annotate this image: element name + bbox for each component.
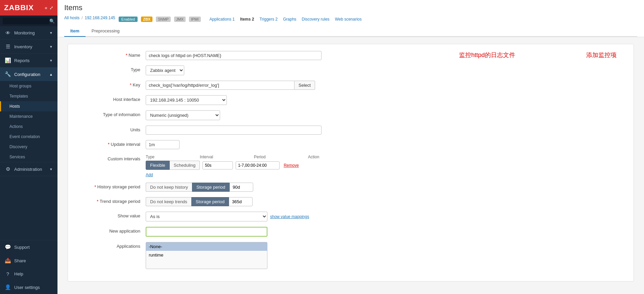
host-nav-graphs[interactable]: Graphs <box>283 17 296 22</box>
host-nav-applications[interactable]: Applications 1 <box>210 17 235 22</box>
ci-add-link[interactable]: Add <box>146 172 153 177</box>
sidebar-item-event-correlation[interactable]: Event correlation <box>0 132 57 142</box>
sidebar-search-container: 🔍 <box>0 16 57 26</box>
ci-interval-input[interactable] <box>202 161 233 169</box>
nav-section-administration: ⚙ Administration ▼ <box>0 162 57 176</box>
chevron-monitoring: ▼ <box>49 31 53 35</box>
app-item-runtime[interactable]: runtime <box>146 251 267 259</box>
chevron-configuration: ▲ <box>49 73 53 76</box>
ci-period-input[interactable] <box>236 161 280 169</box>
show-value-select[interactable]: As is <box>146 212 267 221</box>
host-nav-triggers[interactable]: Triggers 2 <box>260 17 278 22</box>
ci-header-period: Period <box>254 155 308 159</box>
sidebar-item-configuration-label: Configuration <box>14 72 40 77</box>
sidebar-item-hosts[interactable]: Hosts <box>0 101 57 111</box>
show-value-mappings-link[interactable]: show value mappings <box>270 214 309 219</box>
tab-preprocessing[interactable]: Preprocessing <box>86 26 126 37</box>
form-row-key: Key Select <box>78 81 623 90</box>
sidebar-item-user-settings[interactable]: 👤 User settings <box>0 280 57 294</box>
tab-item[interactable]: Item <box>64 26 86 37</box>
tag-ipmi: IPMI <box>189 17 201 22</box>
units-label: Units <box>78 126 146 132</box>
user-icon: 👤 <box>5 284 11 290</box>
form-row-history: History storage period Do not keep histo… <box>78 183 623 192</box>
new-application-control <box>146 227 321 237</box>
sidebar-item-templates-label: Templates <box>9 94 28 99</box>
breadcrumb-sep1: / <box>81 16 82 20</box>
page-title: Items <box>64 3 637 12</box>
search-icon: 🔍 <box>49 19 55 24</box>
form-row-name: Name <box>78 51 623 60</box>
applications-label: Applications <box>78 242 146 249</box>
app-item-none[interactable]: -None- <box>146 242 267 251</box>
sidebar-item-share[interactable]: 📤 Share <box>0 254 57 267</box>
breadcrumb-all-hosts[interactable]: All hosts <box>64 16 79 20</box>
host-nav-web-scenarios[interactable]: Web scenarios <box>335 17 362 22</box>
sidebar-item-help[interactable]: ? Help <box>0 267 57 280</box>
show-value-row: As is show value mappings <box>146 212 321 221</box>
sidebar-controls: « ⤢ <box>45 5 53 10</box>
annotation-text1: 监控httpd的日志文件 <box>459 51 515 59</box>
host-nav-discovery-rules[interactable]: Discovery rules <box>302 17 330 22</box>
btn-scheduling[interactable]: Scheduling <box>170 161 200 170</box>
sidebar-item-support[interactable]: 💬 Support <box>0 240 57 254</box>
history-storage-period-button[interactable]: Storage period <box>192 183 230 192</box>
name-input[interactable] <box>146 51 321 60</box>
type-of-info-control: Numeric (unsigned) <box>146 110 321 120</box>
administration-icon: ⚙ <box>5 166 11 172</box>
content-area: 监控httpd的日志文件 添加监控项 Name Type Zabbix agen… <box>57 37 644 294</box>
select-button[interactable]: Select <box>294 81 315 90</box>
key-input[interactable] <box>146 81 294 90</box>
type-select[interactable]: Zabbix agent <box>146 65 184 75</box>
type-of-info-select[interactable]: Numeric (unsigned) <box>146 110 220 120</box>
nav-section-inventory: ☰ Inventory ▼ <box>0 40 57 54</box>
app-item-none-label: -None- <box>149 244 162 249</box>
key-control: Select <box>146 81 321 90</box>
sidebar-item-configuration[interactable]: 🔧 Configuration ▲ <box>0 68 57 81</box>
host-nav-items[interactable]: Items 2 <box>240 17 254 22</box>
form-row-units: Units <box>78 126 623 135</box>
main-content: Items All hosts / 192.168.249.145 Enable… <box>57 0 644 294</box>
sidebar-item-discovery[interactable]: Discovery <box>0 142 57 152</box>
sidebar-item-services[interactable]: Services <box>0 152 57 162</box>
sidebar-item-monitoring[interactable]: 👁 Monitoring ▼ <box>0 26 57 39</box>
sidebar-item-administration-label: Administration <box>14 167 42 172</box>
sidebar-item-templates[interactable]: Templates <box>0 91 57 101</box>
breadcrumb-host-ip[interactable]: 192.168.249.145 <box>85 16 115 20</box>
sidebar-item-maintenance[interactable]: Maintenance <box>0 111 57 122</box>
host-status-badge: Enabled <box>119 17 138 22</box>
sidebar-item-administration[interactable]: ⚙ Administration ▼ <box>0 162 57 176</box>
trend-value-input[interactable] <box>229 197 253 206</box>
tab-bar: Item Preprocessing <box>64 26 637 37</box>
history-value-input[interactable] <box>230 183 253 192</box>
update-interval-input[interactable] <box>146 140 180 149</box>
history-no-keep-button[interactable]: Do not keep history <box>146 183 192 192</box>
sidebar-item-reports[interactable]: 📊 Reports ▼ <box>0 54 57 67</box>
zabbix-logo: ZABBIX <box>4 3 34 12</box>
collapse-icon[interactable]: « <box>45 5 47 10</box>
sidebar-item-inventory-label: Inventory <box>14 44 32 49</box>
host-interface-select[interactable]: 192.168.249.145 : 10050 <box>146 95 227 105</box>
tag-jmx: JMX <box>174 17 186 22</box>
chevron-inventory: ▼ <box>49 45 53 49</box>
show-value-label: Show value <box>78 212 146 218</box>
expand-icon[interactable]: ⤢ <box>49 5 53 10</box>
ci-remove-link[interactable]: Remove <box>284 163 299 168</box>
sidebar-item-inventory[interactable]: ☰ Inventory ▼ <box>0 40 57 53</box>
sidebar-item-host-groups[interactable]: Host groups <box>0 81 57 91</box>
support-icon: 💬 <box>5 244 11 250</box>
trend-no-keep-button[interactable]: Do not keep trends <box>146 197 191 206</box>
new-application-input[interactable] <box>146 227 267 237</box>
units-control <box>146 126 321 135</box>
nav-section-configuration: 🔧 Configuration ▲ Host groups Templates … <box>0 68 57 162</box>
trend-storage-period-button[interactable]: Storage period <box>191 197 229 206</box>
units-input[interactable] <box>146 126 321 135</box>
btn-flexible[interactable]: Flexible <box>146 161 170 170</box>
sidebar-item-actions-label: Actions <box>9 124 23 129</box>
search-input[interactable] <box>3 18 49 24</box>
sidebar-item-hosts-label: Hosts <box>9 104 20 109</box>
sidebar-item-actions[interactable]: Actions <box>0 122 57 132</box>
form-row-update-interval: Update interval <box>78 140 623 149</box>
sidebar-item-support-label: Support <box>14 245 30 250</box>
type-control: Zabbix agent <box>146 65 321 75</box>
